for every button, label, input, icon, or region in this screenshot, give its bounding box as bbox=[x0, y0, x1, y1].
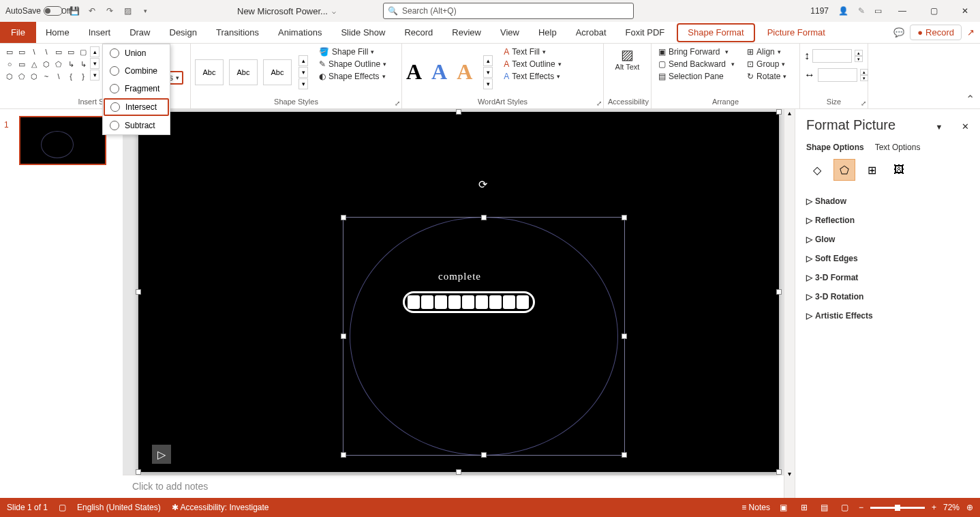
selection-handle[interactable] bbox=[622, 452, 627, 458]
zoom-slider[interactable] bbox=[870, 507, 925, 509]
text-effects-button[interactable]: AText Effects▾ bbox=[501, 71, 564, 82]
pane-effects-icon[interactable]: ⬠ bbox=[833, 159, 855, 181]
tab-record[interactable]: Record bbox=[395, 22, 442, 43]
tab-foxit[interactable]: Foxit PDF bbox=[616, 22, 675, 43]
selection-handle[interactable] bbox=[341, 215, 346, 220]
play-button[interactable]: ▷ bbox=[152, 445, 171, 464]
styles-more-button[interactable]: ▾ bbox=[298, 78, 308, 89]
tab-help[interactable]: Help bbox=[529, 22, 566, 43]
wordart-style-1[interactable]: A bbox=[406, 59, 422, 85]
collapse-ribbon-button[interactable]: ⌃ bbox=[966, 93, 975, 106]
section-reflection[interactable]: ▷Reflection bbox=[806, 211, 969, 230]
shape-style-3[interactable]: Abc bbox=[263, 59, 292, 85]
redo-icon[interactable]: ↷ bbox=[104, 5, 115, 16]
wordart-launcher[interactable]: ⤢ bbox=[596, 100, 602, 107]
dropdown-subtract[interactable]: Subtract bbox=[103, 117, 170, 134]
selection-handle[interactable] bbox=[136, 469, 141, 475]
text-fill-button[interactable]: AText Fill▾ bbox=[501, 46, 564, 57]
selection-handle[interactable] bbox=[622, 215, 627, 220]
gallery-down-button[interactable]: ▾ bbox=[90, 58, 99, 69]
undo-icon[interactable]: ↶ bbox=[87, 5, 97, 16]
pane-tab-text-options[interactable]: Text Options bbox=[875, 143, 921, 152]
send-backward-button[interactable]: ▢Send Backward▾ bbox=[656, 59, 737, 70]
zoom-out-button[interactable]: − bbox=[859, 503, 863, 512]
tab-picture-format[interactable]: Picture Format bbox=[758, 22, 835, 43]
fit-to-window-icon[interactable]: ⊕ bbox=[966, 503, 973, 512]
from-beginning-icon[interactable]: ▨ bbox=[122, 5, 133, 16]
document-title[interactable]: New Microsoft Power... ⌵ bbox=[237, 6, 336, 16]
window-icon[interactable]: ▭ bbox=[874, 6, 882, 16]
bring-forward-button[interactable]: ▣Bring Forward▾ bbox=[656, 46, 737, 57]
height-up[interactable]: ▴ bbox=[855, 50, 863, 56]
gallery-more-button[interactable]: ▾ bbox=[90, 70, 99, 80]
record-button[interactable]: ● Record bbox=[910, 25, 962, 40]
user-label[interactable]: 1197 bbox=[810, 6, 829, 16]
wordart-up-button[interactable]: ▴ bbox=[483, 55, 493, 66]
shape-outline-button[interactable]: ✎Shape Outline▾ bbox=[316, 59, 389, 70]
notes-input[interactable]: Click to add notes bbox=[123, 475, 795, 498]
text-outline-button[interactable]: AText Outline▾ bbox=[501, 59, 564, 70]
slide-thumbnail-1[interactable]: 1 bbox=[7, 116, 116, 165]
selection-handle[interactable] bbox=[341, 334, 346, 339]
wordart-style-3[interactable]: A bbox=[457, 59, 472, 85]
dropdown-fragment[interactable]: Fragment bbox=[103, 80, 170, 98]
tab-home[interactable]: Home bbox=[36, 22, 79, 43]
shape-styles-launcher[interactable]: ⤢ bbox=[395, 100, 400, 107]
pane-size-icon[interactable]: ⊞ bbox=[861, 159, 883, 181]
user-avatar-icon[interactable]: 👤 bbox=[838, 6, 848, 16]
tab-insert[interactable]: Insert bbox=[79, 22, 121, 43]
pane-tab-shape-options[interactable]: Shape Options bbox=[806, 143, 864, 152]
section-soft-edges[interactable]: ▷Soft Edges bbox=[806, 249, 969, 268]
tab-design[interactable]: Design bbox=[160, 22, 206, 43]
accessibility-indicator-icon[interactable]: ▢ bbox=[59, 503, 66, 512]
dropdown-intersect[interactable]: Intersect bbox=[104, 98, 169, 116]
language-status[interactable]: English (United States) bbox=[77, 503, 161, 512]
wordart-style-2[interactable]: A bbox=[431, 59, 447, 85]
tab-animations[interactable]: Animations bbox=[269, 22, 331, 43]
reading-view-icon[interactable]: ▤ bbox=[818, 502, 831, 513]
selection-handle[interactable] bbox=[481, 215, 487, 220]
vertical-scrollbar[interactable]: ▴ ▾ bbox=[784, 109, 795, 498]
sorter-view-icon[interactable]: ⊞ bbox=[797, 502, 811, 513]
slide-info[interactable]: Slide 1 of 1 bbox=[7, 503, 48, 512]
slideshow-view-icon[interactable]: ▢ bbox=[838, 502, 852, 513]
accessibility-status[interactable]: ✱ Accessibility: Investigate bbox=[172, 503, 269, 512]
section-glow[interactable]: ▷Glow bbox=[806, 230, 969, 249]
section-artistic-effects[interactable]: ▷Artistic Effects bbox=[806, 306, 969, 325]
shapes-gallery[interactable]: ▭▭\\▭▭▢ ○▭△⬡⬠↳↳ ⬡⬠⬡~\{} bbox=[4, 46, 89, 98]
slide-canvas[interactable]: ⟳ complete ▷ bbox=[138, 112, 779, 472]
selection-handle[interactable] bbox=[622, 334, 627, 339]
shape-fill-button[interactable]: 🪣Shape Fill▾ bbox=[316, 46, 389, 57]
width-input[interactable] bbox=[818, 68, 857, 82]
comments-icon[interactable]: 💬 bbox=[893, 27, 904, 38]
close-button[interactable]: ✕ bbox=[954, 3, 976, 19]
styles-down-button[interactable]: ▾ bbox=[298, 67, 308, 78]
wordart-down-button[interactable]: ▾ bbox=[483, 67, 493, 78]
autosave-toggle[interactable]: AutoSave Off bbox=[5, 6, 61, 16]
maximize-button[interactable]: ▢ bbox=[923, 3, 945, 19]
selection-handle[interactable] bbox=[456, 469, 461, 475]
alt-text-button[interactable]: ▨ Alt Text bbox=[614, 46, 641, 98]
save-icon[interactable]: 💾 bbox=[69, 5, 80, 16]
section-3d-rotation[interactable]: ▷3-D Rotation bbox=[806, 287, 969, 306]
tab-draw[interactable]: Draw bbox=[120, 22, 159, 43]
styles-up-button[interactable]: ▴ bbox=[298, 55, 308, 66]
section-shadow[interactable]: ▷Shadow bbox=[806, 192, 969, 211]
inner-selection[interactable]: ⟳ bbox=[343, 217, 625, 456]
gallery-up-button[interactable]: ▴ bbox=[90, 46, 99, 57]
wordart-more-button[interactable]: ▾ bbox=[483, 78, 493, 89]
normal-view-icon[interactable]: ▣ bbox=[777, 502, 791, 513]
minimize-button[interactable]: — bbox=[891, 3, 913, 19]
rotation-handle[interactable]: ⟳ bbox=[478, 178, 489, 189]
pane-picture-icon[interactable]: 🖼 bbox=[888, 159, 910, 181]
tab-shape-format[interactable]: Shape Format bbox=[677, 23, 754, 42]
pane-close-icon[interactable]: ✕ bbox=[962, 121, 969, 132]
selection-handle[interactable] bbox=[776, 289, 782, 295]
selection-handle[interactable] bbox=[136, 289, 141, 295]
notes-button[interactable]: ≡ Notes bbox=[741, 503, 770, 512]
dropdown-union[interactable]: Union bbox=[103, 44, 170, 62]
selection-handle[interactable] bbox=[341, 452, 346, 458]
customize-icon[interactable]: ▾ bbox=[140, 5, 151, 16]
tab-view[interactable]: View bbox=[491, 22, 529, 43]
selection-pane-button[interactable]: ▤Selection Pane bbox=[656, 71, 737, 82]
